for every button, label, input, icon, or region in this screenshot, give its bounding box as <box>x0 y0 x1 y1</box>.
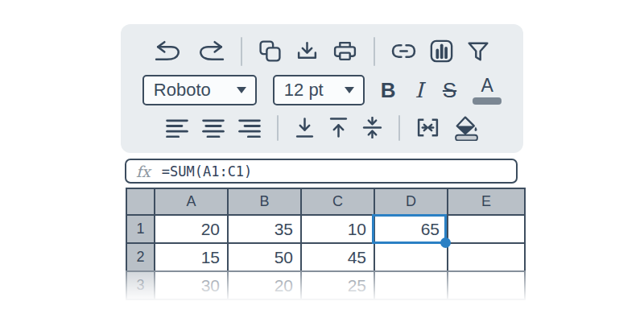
fill-handle[interactable] <box>440 237 451 248</box>
fx-icon: fx <box>136 163 151 180</box>
font-size-dropdown[interactable]: 12 pt <box>273 75 365 105</box>
insert-chart-icon <box>430 39 453 63</box>
print-button[interactable] <box>332 40 357 62</box>
undo-button[interactable] <box>155 40 183 62</box>
cell-a2[interactable]: 15 <box>155 244 227 270</box>
align-left-button[interactable] <box>166 118 188 138</box>
fill-color-button[interactable] <box>453 115 478 141</box>
font-family-dropdown[interactable]: Roboto <box>142 75 257 105</box>
text-color-swatch <box>473 97 502 105</box>
corner-cell[interactable] <box>127 189 154 214</box>
toolbar: Roboto 12 pt B I S A <box>121 24 523 153</box>
column-header-a[interactable]: A <box>155 189 227 214</box>
vertical-align-bottom-icon <box>295 117 315 138</box>
cell-b3[interactable]: 20 <box>229 272 300 299</box>
fill-color-icon <box>453 115 478 141</box>
row-header-3[interactable]: 3 <box>127 272 154 299</box>
italic-button[interactable]: I <box>412 80 427 101</box>
link-icon <box>391 43 416 59</box>
text-color-letter: A <box>481 76 493 95</box>
cell-c1[interactable]: 10 <box>302 216 374 242</box>
cell-e1[interactable] <box>448 216 524 242</box>
toolbar-divider <box>374 37 375 66</box>
toolbar-divider <box>277 115 279 141</box>
merge-cells-icon <box>416 118 440 138</box>
redo-icon <box>196 40 225 62</box>
toolbar-divider <box>398 115 400 141</box>
toolbar-row-1 <box>155 37 489 66</box>
bold-button[interactable]: B <box>381 80 396 101</box>
link-button[interactable] <box>391 43 416 59</box>
cell-b1[interactable]: 35 <box>229 216 300 242</box>
spreadsheet-grid: ABCDE12035106521550453302025 <box>126 188 526 300</box>
vertical-align-middle-button[interactable] <box>362 117 382 138</box>
formula-bar[interactable]: fx =SUM(A1:C1) <box>125 159 518 184</box>
row-header-2[interactable]: 2 <box>127 244 154 270</box>
align-left-icon <box>166 118 188 138</box>
vertical-align-middle-icon <box>362 117 382 138</box>
filter-button[interactable] <box>467 41 489 62</box>
cell-c3[interactable]: 25 <box>302 272 374 299</box>
toolbar-divider <box>241 37 242 66</box>
app-window: Roboto 12 pt B I S A <box>0 0 644 322</box>
cell-e2[interactable] <box>448 244 524 270</box>
align-center-icon <box>202 118 225 138</box>
print-icon <box>332 40 357 62</box>
chevron-down-icon <box>345 87 354 93</box>
align-right-button[interactable] <box>238 118 261 138</box>
chevron-down-icon <box>237 87 246 93</box>
selected-cell-outline <box>372 214 447 244</box>
column-header-d[interactable]: D <box>375 189 447 214</box>
redo-button[interactable] <box>196 40 225 62</box>
formula-input[interactable]: =SUM(A1:C1) <box>162 163 253 180</box>
align-center-button[interactable] <box>202 118 225 138</box>
toolbar-row-3 <box>166 115 478 141</box>
filter-icon <box>467 41 489 62</box>
vertical-align-top-button[interactable] <box>328 117 349 138</box>
copy-button[interactable] <box>258 39 282 63</box>
row-header-1[interactable]: 1 <box>127 216 154 242</box>
column-header-e[interactable]: E <box>448 189 524 214</box>
cell-d2[interactable] <box>375 244 447 270</box>
undo-icon <box>155 40 183 62</box>
vertical-align-top-icon <box>328 117 349 138</box>
cell-c2[interactable]: 45 <box>302 244 374 270</box>
download-icon <box>295 40 319 62</box>
text-color-button[interactable]: A <box>473 76 502 105</box>
cell-d3[interactable] <box>375 272 447 299</box>
cell-b2[interactable]: 50 <box>229 244 300 270</box>
merge-cells-button[interactable] <box>416 118 440 138</box>
toolbar-row-2: Roboto 12 pt B I S A <box>142 75 502 105</box>
vertical-align-bottom-button[interactable] <box>295 117 315 138</box>
spreadsheet: ABCDE12035106521550453302025 <box>126 188 526 300</box>
cell-a1[interactable]: 20 <box>155 216 227 242</box>
font-family-value: Roboto <box>154 80 211 101</box>
insert-chart-button[interactable] <box>430 39 453 63</box>
font-size-value: 12 pt <box>284 80 324 101</box>
download-button[interactable] <box>295 40 319 62</box>
copy-icon <box>258 39 282 63</box>
align-right-icon <box>238 118 261 138</box>
strikethrough-button[interactable]: S <box>443 80 456 101</box>
cell-e3[interactable] <box>448 272 524 299</box>
column-header-c[interactable]: C <box>302 189 374 214</box>
column-header-b[interactable]: B <box>229 189 300 214</box>
cell-a3[interactable]: 30 <box>155 272 227 299</box>
